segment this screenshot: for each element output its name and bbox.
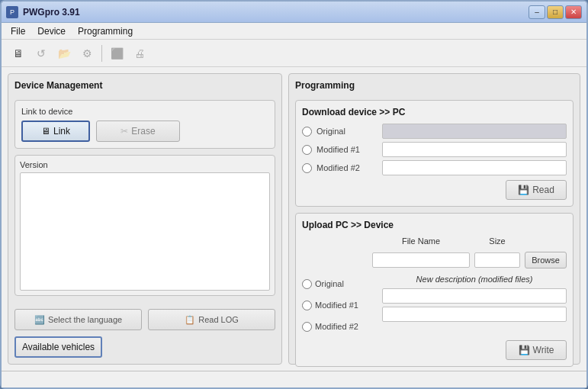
write-icon: 💾 (519, 345, 530, 355)
avail-vehicles-label: Available vehicles (22, 342, 95, 352)
download-original-input (382, 124, 567, 139)
minimize-button[interactable]: – (529, 5, 545, 19)
download-original-radio[interactable] (302, 127, 312, 137)
download-modified2-label: Modified #2 (316, 163, 378, 172)
status-bar (2, 371, 586, 387)
erase-icon: ✂ (120, 126, 128, 137)
title-bar: P PWGpro 3.91 – □ ✕ (2, 2, 586, 23)
size-input[interactable] (474, 252, 520, 268)
toolbar-separator (101, 45, 102, 62)
read-btn-row: 💾 Read (302, 180, 567, 200)
programming-title: Programming (295, 80, 574, 91)
link-button[interactable]: 🖥 Link (21, 121, 90, 142)
read-button-label: Read (532, 185, 554, 195)
upload-radio-section: Original Modified #1 Modified #2 New des… (302, 275, 567, 336)
available-vehicles-row: Available vehicles (14, 336, 275, 358)
file-name-header: File Name (372, 236, 470, 246)
link-icon: 🖥 (41, 126, 50, 137)
upload-modified1-radio[interactable] (302, 301, 312, 310)
upload-original-label: Original (315, 279, 376, 288)
toolbar-settings-btn[interactable]: ⚙ (76, 43, 98, 64)
write-button-label: Write (533, 345, 554, 355)
link-section: Link to device 🖥 Link ✂ Erase (14, 100, 275, 149)
download-modified2-input (382, 160, 567, 175)
toolbar-print-btn[interactable]: 🖨 (129, 43, 150, 64)
version-area (20, 172, 270, 291)
bottom-row: 🔤 Select the language 📋 Read LOG (14, 309, 275, 330)
desc-modified2-input[interactable] (382, 307, 567, 322)
link-button-label: Link (53, 126, 70, 137)
left-panel: Device Management Link to device 🖥 Link … (8, 73, 282, 365)
file-name-input[interactable] (372, 252, 470, 268)
read-button[interactable]: 💾 Read (506, 180, 567, 200)
download-modified2-radio[interactable] (302, 163, 312, 173)
main-window: P PWGpro 3.91 – □ ✕ File Device Programm… (0, 0, 588, 389)
read-log-button[interactable]: 📋 Read LOG (148, 309, 275, 330)
version-label: Version (20, 160, 270, 169)
available-vehicles-button[interactable]: Available vehicles (14, 336, 102, 358)
upload-section: Upload PC >> Device File Name Size Brows… (295, 213, 574, 367)
toolbar: 🖥 ↺ 📂 ⚙ ⬛ 🖨 (2, 40, 586, 67)
menu-file[interactable]: File (5, 24, 31, 38)
upload-modified2-radio[interactable] (302, 322, 312, 332)
link-section-label: Link to device (21, 107, 268, 116)
upload-modified2-row: Modified #2 (302, 317, 376, 336)
toolbar-open-btn[interactable]: 📂 (53, 43, 75, 64)
download-modified1-row: Modified #1 (302, 142, 567, 157)
erase-button-label: Erase (131, 126, 155, 137)
write-btn-row: 💾 Write (302, 340, 567, 360)
menu-programming[interactable]: Programming (72, 24, 139, 38)
link-row: 🖥 Link ✂ Erase (21, 121, 268, 142)
upload-desc-col: New description (modified files) (382, 275, 567, 336)
upload-title: Upload PC >> Device (302, 220, 567, 230)
write-button[interactable]: 💾 Write (506, 340, 567, 360)
file-header-row: File Name Size (302, 236, 567, 246)
right-panel: Programming Download device >> PC Origin… (288, 73, 580, 365)
title-bar-left: P PWGpro 3.91 (6, 6, 80, 18)
title-buttons: – □ ✕ (529, 5, 582, 19)
new-desc-title: New description (modified files) (382, 275, 567, 284)
file-input-row: Browse (302, 252, 567, 268)
download-title: Download device >> PC (302, 107, 567, 117)
upload-modified2-label: Modified #2 (315, 322, 376, 331)
download-section: Download device >> PC Original Modified … (295, 100, 574, 207)
window-title: PWGpro 3.91 (23, 7, 80, 18)
download-modified2-row: Modified #2 (302, 160, 567, 175)
menu-bar: File Device Programming (2, 23, 586, 40)
menu-device[interactable]: Device (31, 24, 72, 38)
desc-modified1-input[interactable] (382, 288, 567, 304)
toolbar-stop-btn[interactable]: ⬛ (106, 43, 127, 64)
select-lang-icon: 🔤 (34, 315, 45, 325)
close-button[interactable]: ✕ (565, 5, 582, 19)
download-original-row: Original (302, 124, 567, 139)
main-content: Device Management Link to device 🖥 Link … (2, 67, 586, 371)
toolbar-refresh-btn[interactable]: ↺ (31, 43, 52, 64)
maximize-button[interactable]: □ (547, 5, 564, 19)
download-modified1-label: Modified #1 (316, 145, 378, 154)
download-modified1-input (382, 142, 567, 157)
upload-original-radio[interactable] (302, 279, 312, 289)
browse-button[interactable]: Browse (525, 252, 567, 268)
upload-modified1-row: Modified #1 (302, 296, 376, 314)
upload-original-row: Original (302, 275, 376, 293)
erase-button[interactable]: ✂ Erase (96, 121, 180, 142)
app-icon: P (6, 6, 18, 18)
size-header: Size (474, 236, 520, 246)
version-section: Version (14, 155, 275, 296)
read-log-icon: 📋 (185, 315, 195, 325)
browse-label: Browse (532, 256, 560, 265)
select-language-button[interactable]: 🔤 Select the language (14, 309, 142, 330)
upload-radio-col: Original Modified #1 Modified #2 (302, 275, 376, 336)
device-management-title: Device Management (14, 80, 275, 91)
read-log-label: Read LOG (198, 315, 239, 324)
download-original-label: Original (316, 127, 378, 136)
upload-modified1-label: Modified #1 (315, 301, 376, 310)
select-lang-label: Select the language (48, 315, 122, 324)
toolbar-computer-btn[interactable]: 🖥 (8, 43, 29, 64)
read-icon: 💾 (518, 185, 529, 195)
download-modified1-radio[interactable] (302, 145, 312, 155)
